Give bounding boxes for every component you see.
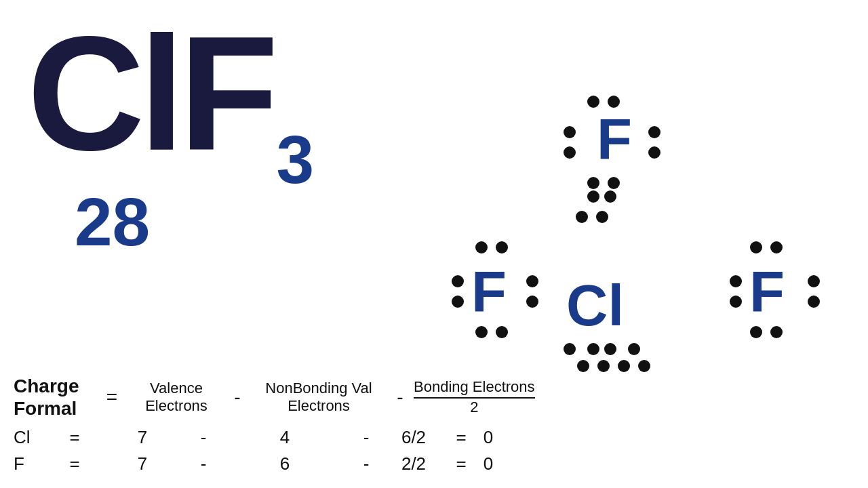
svg-point-25 <box>730 296 742 308</box>
svg-point-10 <box>452 275 464 287</box>
cl-row: Cl = 7 - 4 - 6/2 = 0 <box>14 427 542 448</box>
svg-point-27 <box>808 296 820 308</box>
formal-charge-label: Charge Formal <box>14 375 95 420</box>
svg-point-12 <box>526 275 538 287</box>
cl-result-eq: = <box>448 427 475 448</box>
svg-point-17 <box>596 211 608 223</box>
svg-point-31 <box>587 190 599 203</box>
f-minus1: - <box>190 453 217 474</box>
svg-point-2 <box>564 126 576 138</box>
subscript-3: 3 <box>277 129 315 190</box>
f-nonbonding: 6 <box>217 453 353 474</box>
molecule-title: ClF 3 28 <box>27 20 314 261</box>
header-equals: = <box>95 386 129 408</box>
f-fraction: 2/2 <box>380 453 448 474</box>
svg-point-35 <box>638 360 650 372</box>
svg-point-34 <box>618 360 630 372</box>
f-valence: 7 <box>95 453 190 474</box>
cl-minus2: - <box>353 427 380 448</box>
f-row-equals: = <box>54 453 95 474</box>
svg-point-30 <box>604 190 616 203</box>
bonding-denom: 2 <box>470 399 478 416</box>
svg-point-3 <box>564 146 576 159</box>
svg-point-22 <box>750 241 762 253</box>
f-result-eq: = <box>448 453 475 474</box>
svg-point-33 <box>597 360 610 372</box>
svg-point-32 <box>577 360 589 372</box>
svg-point-29 <box>770 326 783 338</box>
cl-row-equals: = <box>54 427 95 448</box>
svg-point-21 <box>628 343 640 355</box>
f-right-label: F <box>749 260 785 324</box>
svg-point-15 <box>496 326 508 338</box>
cl-element: Cl <box>14 427 54 448</box>
header-minus2: - <box>387 386 414 408</box>
f-row: F = 7 - 6 - 2/2 = 0 <box>14 453 542 474</box>
lewis-structure: F F Cl <box>393 41 868 420</box>
valence-electrons-label: Valence Electrons <box>129 380 224 415</box>
svg-point-23 <box>770 241 783 253</box>
svg-point-5 <box>648 146 660 159</box>
svg-point-6 <box>587 177 599 189</box>
svg-point-11 <box>452 296 464 308</box>
cl-nonbonding: 4 <box>217 427 353 448</box>
formula-table: Charge Formal = Valence Electrons - NonB… <box>14 375 542 474</box>
svg-point-28 <box>750 326 762 338</box>
f-top-label: F <box>597 107 632 171</box>
cl-minus1: - <box>190 427 217 448</box>
svg-point-4 <box>648 126 660 138</box>
svg-point-20 <box>604 343 616 355</box>
f-left-label: F <box>471 260 507 324</box>
svg-point-8 <box>475 241 488 253</box>
f-result: 0 <box>475 453 502 474</box>
nonbonding-label: NonBonding Val Electrons <box>251 380 387 415</box>
f-minus2: - <box>353 453 380 474</box>
cl-result: 0 <box>475 427 502 448</box>
svg-point-26 <box>808 275 820 287</box>
header-minus1: - <box>224 386 251 408</box>
svg-point-16 <box>576 211 588 223</box>
cl-fraction: 6/2 <box>380 427 448 448</box>
f-element: F <box>14 453 54 474</box>
svg-point-9 <box>496 241 508 253</box>
cl-valence: 7 <box>95 427 190 448</box>
bonding-col: Bonding Electrons 2 <box>414 378 535 416</box>
svg-point-24 <box>730 275 742 287</box>
svg-point-7 <box>608 177 620 189</box>
formula-header: Charge Formal = Valence Electrons - NonB… <box>14 375 542 420</box>
svg-point-19 <box>587 343 599 355</box>
svg-point-0 <box>587 96 599 108</box>
cl-label: Cl <box>566 273 624 338</box>
bonding-electrons-label: Bonding Electrons <box>414 378 535 399</box>
svg-point-13 <box>526 296 538 308</box>
clf-text: ClF <box>27 20 273 167</box>
svg-point-14 <box>475 326 488 338</box>
svg-point-1 <box>608 96 620 108</box>
svg-point-18 <box>564 343 576 355</box>
